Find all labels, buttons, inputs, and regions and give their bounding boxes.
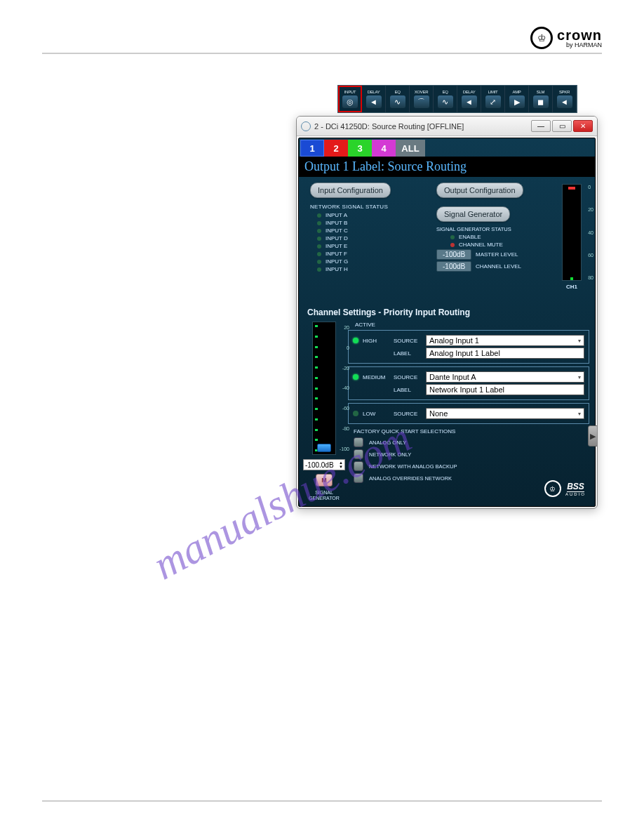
crown-icon: ♔ (530, 27, 553, 49)
medium-source-dropdown[interactable]: Dante Input A▾ (426, 371, 584, 383)
master-level-label: MASTER LEVEL (476, 251, 518, 258)
inactive-led-icon (353, 411, 358, 416)
low-source-dropdown[interactable]: None▾ (426, 408, 584, 419)
toolbar-delay2[interactable]: DELAY◄ (457, 86, 481, 112)
main-panel: 1 2 3 4 ALL Output 1 Label: Source Routi… (298, 138, 596, 507)
toolbar-slm[interactable]: SLM◼ (529, 86, 553, 112)
led-icon (317, 260, 321, 264)
master-level-value[interactable]: -100dB (436, 249, 471, 260)
input-h-status: INPUT H (317, 266, 415, 272)
window-titlebar[interactable]: 2 - DCi 41250D: Source Routing [OFFLINE]… (297, 117, 597, 136)
footer-logos: ♔ BSS AUDIO (544, 480, 586, 497)
channel-tabs: 1 2 3 4 ALL (299, 138, 595, 157)
eq-icon: ∿ (438, 95, 453, 108)
led-icon (317, 244, 321, 249)
priority-medium-label: MEDIUM (363, 374, 389, 380)
output-configuration-button[interactable]: Output Configuration (436, 183, 523, 198)
gain-fader-knob[interactable] (317, 444, 331, 452)
spinner-icon[interactable]: ▲▼ (339, 461, 343, 469)
header-logo: ♔ crown by HARMAN (530, 27, 602, 49)
network-analog-backup-checkbox[interactable] (354, 461, 363, 471)
mute-label: CHANNEL MUTE (459, 241, 503, 248)
network-only-checkbox[interactable] (354, 449, 363, 459)
delay-icon: ◄ (366, 95, 382, 108)
bss-logo-text: BSS (567, 482, 584, 492)
gain-db-input[interactable]: -100.0dB ▲▼ (303, 459, 345, 470)
crown-footer-icon: ♔ (544, 480, 561, 497)
input-b-status: INPUT B (317, 220, 415, 226)
toolbar-delay1[interactable]: DELAY◄ (362, 86, 386, 112)
medium-label-input[interactable]: Network Input 1 Label (426, 384, 584, 395)
channel-tab-all[interactable]: ALL (396, 140, 425, 157)
close-button[interactable]: ✕ (573, 120, 593, 132)
speaker-icon: ◄ (557, 95, 572, 108)
maximize-button[interactable]: ▭ (552, 120, 572, 132)
brand-name: crown (557, 28, 602, 42)
config-section: Input Configuration NETWORK SIGNAL STATU… (299, 177, 595, 303)
signal-generator-label: SIGNAL GENERATOR (309, 490, 340, 501)
active-header: ACTIVE (355, 322, 589, 328)
minimize-button[interactable]: — (531, 120, 551, 132)
toolbar-limit[interactable]: LIMIT⤢ (481, 86, 505, 112)
analog-only-checkbox[interactable] (354, 437, 363, 447)
xover-icon: ⌒ (414, 95, 429, 108)
input-icon: ◎ (342, 95, 358, 108)
signal-generator-button[interactable]: Signal Generator (436, 206, 510, 222)
toolbar-spkr[interactable]: SPKR◄ (553, 86, 577, 112)
toolbar-eq2[interactable]: EQ∿ (434, 86, 457, 112)
priority-routing-area: 20 0 -20 -40 -60 -80 -100 -100.0dB ▲▼ M … (299, 322, 595, 501)
page-rule-bottom (42, 800, 602, 802)
meter-fill (570, 277, 573, 280)
toolbar-xover[interactable]: XOVER⌒ (410, 86, 434, 112)
led-icon (450, 235, 455, 239)
channel-level-label: CHANNEL LEVEL (476, 263, 521, 270)
chevron-down-icon: ▾ (578, 411, 581, 417)
window-title: 2 - DCi 41250D: Source Routing [OFFLINE] (314, 122, 464, 131)
toolbar-input-label: INPUT (344, 90, 356, 94)
output-label: Output 1 Label: Source Routing (299, 157, 595, 177)
high-source-dropdown[interactable]: Analog Input 1▾ (426, 335, 584, 346)
source-routing-window: 2 - DCi 41250D: Source Routing [OFFLINE]… (296, 116, 598, 509)
mute-button[interactable]: M (316, 474, 333, 486)
channel-tab-3[interactable]: 3 (348, 140, 372, 157)
led-icon (317, 229, 321, 233)
active-led-icon (353, 374, 358, 380)
priority-high-box: HIGH SOURCE Analog Input 1▾ LABEL Analog… (348, 330, 589, 364)
led-icon (317, 252, 321, 256)
led-icon (317, 213, 321, 218)
analog-override-checkbox[interactable] (354, 473, 363, 483)
led-icon (317, 267, 321, 272)
signal-chain-toolbar: INPUT ◎ DELAY◄ EQ∿ XOVER⌒ EQ∿ DELAY◄ LIM… (337, 85, 577, 113)
input-configuration-button[interactable]: Input Configuration (310, 183, 391, 198)
delay-icon: ◄ (462, 95, 477, 108)
channel-level-value[interactable]: -100dB (436, 261, 471, 272)
peak-indicator (568, 187, 575, 190)
priority-low-label: LOW (363, 411, 389, 417)
gain-fader-track: 20 0 -20 -40 -60 -80 -100 (312, 322, 336, 455)
led-icon (317, 221, 321, 225)
page-rule-top (42, 53, 602, 54)
channel-tab-2[interactable]: 2 (324, 140, 348, 157)
input-e-status: INPUT E (317, 243, 415, 249)
toolbar-eq1[interactable]: EQ∿ (386, 86, 410, 112)
enable-label: ENABLE (459, 234, 481, 240)
network-status-title: NETWORK SIGNAL STATUS (310, 204, 415, 210)
chevron-down-icon: ▾ (578, 338, 581, 344)
toolbar-amp[interactable]: AMP▶ (505, 86, 529, 112)
brand-sub: by HARMAN (557, 42, 602, 48)
channel-tab-4[interactable]: 4 (372, 140, 396, 157)
slm-icon: ◼ (533, 95, 549, 108)
limit-icon: ⤢ (485, 95, 501, 108)
high-label-input[interactable]: Analog Input 1 Label (426, 348, 584, 359)
input-d-status: INPUT D (317, 235, 415, 241)
channel-tab-1[interactable]: 1 (300, 140, 324, 157)
priority-low-box: LOW SOURCE None▾ (348, 403, 589, 424)
meter-channel-label: CH1 (556, 284, 588, 290)
factory-quick-start: FACTORY QUICK START SELECTIONS ANALOG ON… (348, 428, 589, 483)
led-icon (317, 237, 321, 241)
level-meter: 0 20 40 60 80 (562, 184, 582, 281)
input-a-status: INPUT A (317, 212, 415, 218)
expand-right-button[interactable]: ▶ (588, 425, 598, 446)
input-g-status: INPUT G (317, 258, 415, 265)
toolbar-input[interactable]: INPUT ◎ (338, 86, 362, 112)
